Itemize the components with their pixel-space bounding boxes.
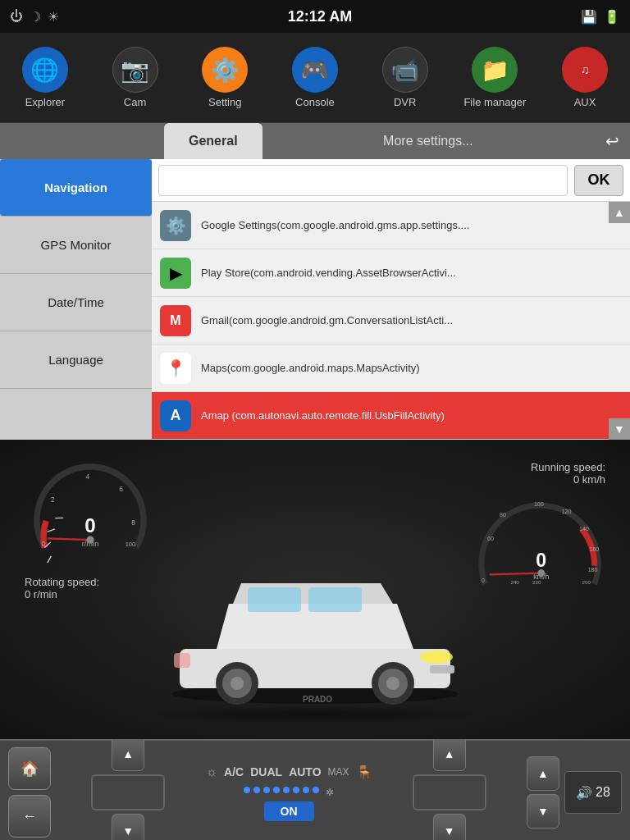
power-icon: ⏻ <box>10 9 23 24</box>
svg-text:100: 100 <box>126 541 135 548</box>
tab-general[interactable]: General <box>164 123 262 159</box>
svg-text:0: 0 <box>482 578 485 584</box>
svg-line-4 <box>48 527 55 534</box>
car-svg: PRADO <box>159 559 471 706</box>
ac-dot-3 <box>263 787 270 793</box>
tab-back-button[interactable]: ↩ <box>594 123 630 159</box>
svg-line-14 <box>48 538 90 540</box>
app-label-google-settings: Google Settings(com.google.android.gms.a… <box>201 219 469 231</box>
svg-rect-43 <box>174 653 190 668</box>
ac-dot-8 <box>313 787 319 793</box>
rpm-gauge-svg: 0 2 4 6 8 100 0 r/min <box>25 456 156 563</box>
nav-item-cam[interactable]: 📷 Cam <box>98 47 172 108</box>
svg-text:180: 180 <box>588 567 598 573</box>
right-temp-up-button[interactable]: ▲ <box>433 737 466 771</box>
nav-label-aux: AUX <box>574 96 596 108</box>
nav-item-console[interactable]: 🎮 Console <box>278 47 352 108</box>
ac-dot-6 <box>293 787 299 793</box>
ac-dot-2 <box>253 787 260 793</box>
ac-dot-5 <box>283 787 290 793</box>
volume-up-down: ▲ ▼ <box>527 756 559 829</box>
search-input[interactable] <box>158 165 568 196</box>
scroll-down-button[interactable]: ▼ <box>609 418 630 440</box>
right-temp-down-button[interactable]: ▼ <box>433 814 466 840</box>
nav-label-filemanager: File manager <box>463 96 526 108</box>
moon-icon: ☽ <box>30 9 41 25</box>
sidebar-item-gps[interactable]: GPS Monitor <box>0 217 152 274</box>
list-item[interactable]: M Gmail(com.google.android.gm.Conversati… <box>152 297 630 345</box>
speed-gauge: 0 60 80 100 120 140 160 180 200 220 240 … <box>474 491 605 605</box>
left-temp-down-button[interactable]: ▼ <box>112 814 144 840</box>
battery-icon: 🔋 <box>604 9 620 25</box>
volume-section: ▲ ▼ 🔊 28 <box>527 756 622 829</box>
speed-gauge-svg: 0 60 80 100 120 140 160 180 200 220 240 … <box>474 491 605 597</box>
svg-point-40 <box>386 677 399 690</box>
left-temp-knob <box>91 774 165 810</box>
svg-rect-42 <box>430 665 454 673</box>
home-back-buttons: 🏠 ← <box>8 747 51 838</box>
svg-text:240: 240 <box>510 579 519 585</box>
svg-text:2: 2 <box>51 495 55 504</box>
status-icons-left: ⏻ ☽ ☀ <box>10 9 59 25</box>
nav-item-explorer[interactable]: 🌐 Explorer <box>8 47 82 108</box>
svg-text:6: 6 <box>119 485 123 493</box>
settings-sidebar: Navigation GPS Monitor Date/Time Languag… <box>0 159 152 440</box>
speed-label: Running speed: 0 km/h <box>531 461 605 486</box>
sidebar-item-language[interactable]: Language <box>0 331 152 389</box>
svg-point-15 <box>86 536 94 544</box>
volume-down-button[interactable]: ▼ <box>527 794 559 829</box>
cam-icon: 📷 <box>112 47 158 93</box>
nav-item-dvr[interactable]: 📹 DVR <box>368 47 442 108</box>
list-item[interactable]: ▶ Play Store(com.android.vending.AssetBr… <box>152 249 630 297</box>
home-button[interactable]: 🏠 <box>8 747 51 790</box>
ac-indicators: ✲ <box>244 787 334 798</box>
settings-content: Navigation GPS Monitor Date/Time Languag… <box>0 159 630 440</box>
app-icon-gmail: M <box>160 305 191 336</box>
back-button[interactable]: ← <box>8 795 51 838</box>
svg-text:0: 0 <box>42 540 46 548</box>
app-icon-google-settings: ⚙️ <box>160 210 191 241</box>
tab-more[interactable]: More settings... <box>262 134 594 148</box>
top-nav-bar: 🌐 Explorer 📷 Cam ⚙️ Setting 🎮 Console 📹 … <box>0 33 630 123</box>
rpm-label: Rotating speed: 0 r/min <box>25 576 99 600</box>
svg-point-41 <box>420 651 453 664</box>
list-item[interactable]: A Amap (com.autonavi.auto.remote.fill.Us… <box>152 392 630 440</box>
list-item[interactable]: ⚙️ Google Settings(com.google.android.gm… <box>152 202 630 249</box>
explorer-icon: 🌐 <box>22 47 68 93</box>
volume-speaker-icon: 🔊 <box>576 785 592 801</box>
ac-on-button[interactable]: ON <box>264 801 314 821</box>
app-icon-amap: A <box>160 400 191 431</box>
nav-label-dvr: DVR <box>394 96 416 108</box>
rpm-gauge: 0 2 4 6 8 100 0 r/min <box>25 456 156 571</box>
svg-text:0: 0 <box>84 514 95 536</box>
volume-up-button[interactable]: ▲ <box>527 756 559 791</box>
ok-button[interactable]: OK <box>574 165 623 196</box>
nav-item-setting[interactable]: ⚙️ Setting <box>188 47 262 108</box>
svg-text:0: 0 <box>536 550 546 571</box>
nav-item-filemanager[interactable]: 📁 File manager <box>458 47 532 108</box>
app-list: ⚙️ Google Settings(com.google.android.gm… <box>152 202 630 440</box>
svg-text:60: 60 <box>487 536 494 542</box>
aux-icon: ♫ <box>562 47 608 93</box>
right-temp-knob <box>413 774 486 810</box>
sidebar-item-datetime[interactable]: Date/Time <box>0 274 152 331</box>
dropdown-panel: OK ⚙️ Google Settings(com.google.android… <box>152 159 630 440</box>
left-temp-up-button[interactable]: ▲ <box>112 737 144 771</box>
sidebar-item-navigation[interactable]: Navigation <box>0 159 152 217</box>
status-bar: ⏻ ☽ ☀ 12:12 AM 💾 🔋 <box>0 0 630 33</box>
dual-label: DUAL <box>250 765 282 778</box>
svg-line-2 <box>45 556 52 563</box>
car-image: PRADO <box>159 550 471 714</box>
volume-value: 28 <box>596 785 610 800</box>
scroll-up-button[interactable]: ▲ <box>609 202 630 223</box>
nav-item-aux[interactable]: ♫ AUX <box>548 47 622 108</box>
svg-text:4: 4 <box>85 472 89 481</box>
svg-text:100: 100 <box>534 501 544 508</box>
speed-section: Running speed: 0 km/h 0 60 80 100 120 14… <box>474 456 605 605</box>
svg-point-30 <box>537 569 545 577</box>
list-item[interactable]: 📍 Maps(com.google.android.maps.MapsActiv… <box>152 345 630 392</box>
ac-label: A/C <box>224 765 244 778</box>
status-icons-right: 💾 🔋 <box>581 9 620 25</box>
filemanager-icon: 📁 <box>472 47 518 93</box>
ac-dot-7 <box>303 787 309 793</box>
